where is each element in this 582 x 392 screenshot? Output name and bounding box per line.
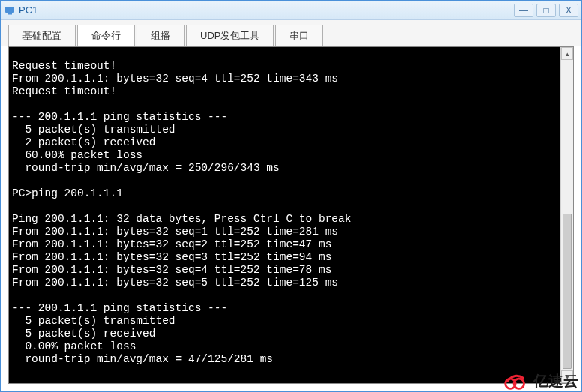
minimize-button[interactable]: —	[514, 4, 533, 17]
scroll-track[interactable]	[561, 60, 573, 370]
app-window: PC1 — □ X 基础配置 命令行 组播 UDP发包工具 串口 Request…	[0, 0, 582, 392]
tab-multicast[interactable]: 组播	[136, 25, 184, 46]
terminal-container: Request timeout! From 200.1.1.1: bytes=3…	[8, 46, 574, 384]
svg-rect-1	[8, 13, 12, 15]
tab-command-line[interactable]: 命令行	[77, 25, 135, 46]
scroll-thumb[interactable]	[562, 214, 572, 369]
tab-basic-config[interactable]: 基础配置	[8, 25, 76, 46]
tab-udp-tool[interactable]: UDP发包工具	[186, 25, 274, 46]
app-icon	[4, 4, 16, 16]
maximize-button[interactable]: □	[536, 4, 556, 17]
close-button[interactable]: X	[559, 4, 578, 17]
window-title: PC1	[19, 4, 514, 16]
tab-bar: 基础配置 命令行 组播 UDP发包工具 串口	[1, 20, 581, 46]
svg-rect-0	[5, 7, 14, 13]
scroll-up-arrow[interactable]: ▴	[561, 47, 573, 60]
window-controls: — □ X	[514, 4, 578, 17]
title-bar[interactable]: PC1 — □ X	[1, 1, 581, 20]
vertical-scrollbar[interactable]: ▴ ▾	[560, 47, 573, 383]
scroll-down-arrow[interactable]: ▾	[561, 370, 573, 383]
tab-serial[interactable]: 串口	[275, 25, 323, 46]
terminal-output[interactable]: Request timeout! From 200.1.1.1: bytes=3…	[9, 58, 560, 373]
